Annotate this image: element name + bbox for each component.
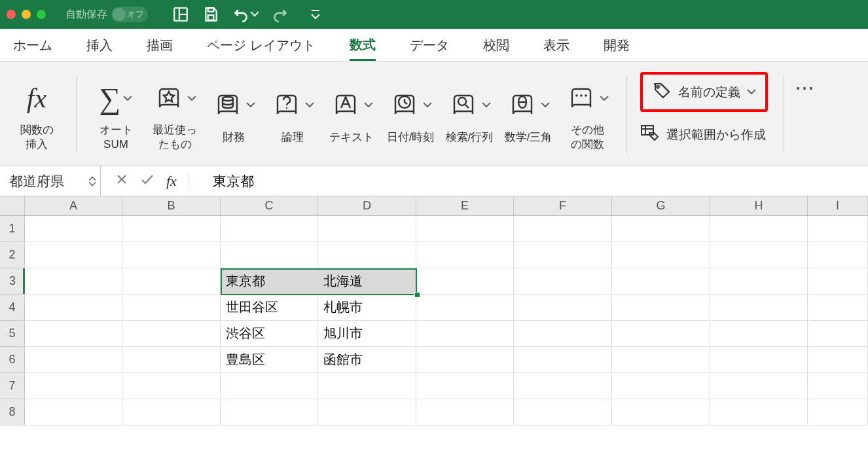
cell[interactable] xyxy=(25,373,122,399)
cell[interactable] xyxy=(416,242,514,268)
col-header-G[interactable]: G xyxy=(612,196,710,215)
formula-input[interactable]: 東京都 xyxy=(204,172,868,190)
cell[interactable] xyxy=(221,242,318,268)
spreadsheet-grid[interactable]: A B C D E F G H I 1 2 3 東京都 北海道 4 世田谷区 札… xyxy=(0,196,868,425)
tab-data[interactable]: データ xyxy=(410,30,449,60)
col-header-D[interactable]: D xyxy=(318,196,416,215)
cell[interactable] xyxy=(221,373,318,399)
window-zoom-button[interactable] xyxy=(37,10,46,19)
fx-label[interactable]: fx xyxy=(166,173,189,190)
autosave-control[interactable]: 自動保存 オフ xyxy=(65,7,148,22)
row-header-3[interactable]: 3 xyxy=(0,268,25,295)
chevron-down-icon[interactable] xyxy=(250,11,259,17)
cell[interactable] xyxy=(710,216,808,242)
cell[interactable] xyxy=(25,295,122,321)
cell[interactable] xyxy=(25,347,122,373)
col-header-F[interactable]: F xyxy=(514,196,612,215)
cell[interactable] xyxy=(612,295,710,321)
cell-D5[interactable]: 旭川市 xyxy=(318,321,416,347)
cell[interactable] xyxy=(808,399,868,425)
cell[interactable] xyxy=(416,347,514,373)
cell[interactable] xyxy=(25,268,122,295)
tab-home[interactable]: ホーム xyxy=(13,30,52,60)
tab-formulas[interactable]: 数式 xyxy=(350,29,376,61)
window-close-button[interactable] xyxy=(7,10,16,19)
customize-qat-icon[interactable] xyxy=(306,5,325,24)
insert-function-button[interactable]: fx 関数の 挿入 xyxy=(10,76,63,154)
col-header-C[interactable]: C xyxy=(221,196,318,215)
cell[interactable] xyxy=(612,268,710,295)
cell[interactable] xyxy=(710,295,808,321)
row-header-6[interactable]: 6 xyxy=(0,347,25,373)
undo-button[interactable] xyxy=(232,5,259,24)
cell[interactable] xyxy=(25,242,122,268)
col-header-A[interactable]: A xyxy=(25,196,122,215)
cell[interactable] xyxy=(416,268,514,295)
chevron-down-icon[interactable] xyxy=(305,102,314,108)
row-header-2[interactable]: 2 xyxy=(0,242,25,268)
cell[interactable] xyxy=(808,242,868,268)
chevron-down-icon[interactable] xyxy=(747,89,756,95)
recently-used-button[interactable]: 最近使っ たもの xyxy=(149,76,201,154)
cell[interactable] xyxy=(710,347,808,373)
name-box-stepper[interactable] xyxy=(88,175,96,187)
row-header-5[interactable]: 5 xyxy=(0,321,25,347)
cell-C6[interactable]: 豊島区 xyxy=(221,347,318,373)
cell[interactable] xyxy=(122,399,221,425)
text-button[interactable]: テキスト xyxy=(325,83,378,147)
cell[interactable] xyxy=(514,373,612,399)
tab-insert[interactable]: 挿入 xyxy=(86,30,113,60)
cell[interactable] xyxy=(514,347,612,373)
cell[interactable] xyxy=(612,242,710,268)
cell[interactable] xyxy=(122,347,221,373)
lookup-button[interactable]: 検索/行列 xyxy=(443,83,496,147)
cell-D3[interactable]: 北海道 xyxy=(318,268,416,295)
cell-D6[interactable]: 函館市 xyxy=(318,347,416,373)
row-header-8[interactable]: 8 xyxy=(0,399,25,425)
cancel-icon[interactable] xyxy=(115,173,128,189)
cell[interactable] xyxy=(416,295,514,321)
cell[interactable] xyxy=(221,399,318,425)
create-from-selection-button[interactable]: 選択範囲から作成 xyxy=(640,124,768,145)
cell[interactable] xyxy=(808,347,868,373)
chevron-down-icon[interactable] xyxy=(541,102,550,108)
cell[interactable] xyxy=(122,216,221,242)
cell[interactable] xyxy=(612,399,710,425)
cell[interactable] xyxy=(514,295,612,321)
math-trig-button[interactable]: 数学/三角 xyxy=(502,83,554,147)
cell[interactable] xyxy=(808,295,868,321)
col-header-I[interactable]: I xyxy=(808,196,868,215)
cell[interactable] xyxy=(808,373,868,399)
cell[interactable] xyxy=(318,373,416,399)
window-minimize-button[interactable] xyxy=(22,10,31,19)
cell[interactable] xyxy=(710,268,808,295)
cell[interactable] xyxy=(122,295,221,321)
cell[interactable] xyxy=(612,347,710,373)
autosave-toggle[interactable]: オフ xyxy=(111,7,148,22)
cell[interactable] xyxy=(710,321,808,347)
chevron-down-icon[interactable] xyxy=(482,102,491,108)
cell[interactable] xyxy=(221,216,318,242)
cell[interactable] xyxy=(416,399,514,425)
col-header-B[interactable]: B xyxy=(122,196,221,215)
tab-draw[interactable]: 描画 xyxy=(147,30,173,60)
row-header-1[interactable]: 1 xyxy=(0,216,25,242)
chevron-down-icon[interactable] xyxy=(423,102,432,108)
row-header-7[interactable]: 7 xyxy=(0,373,25,399)
cell[interactable] xyxy=(710,399,808,425)
cell[interactable] xyxy=(25,399,122,425)
cell[interactable] xyxy=(122,321,221,347)
col-header-E[interactable]: E xyxy=(416,196,514,215)
autosum-button[interactable]: ∑ オート SUM xyxy=(90,76,142,154)
cell-D4[interactable]: 札幌市 xyxy=(318,295,416,321)
cell[interactable] xyxy=(122,373,221,399)
cell[interactable] xyxy=(710,242,808,268)
cell[interactable] xyxy=(710,373,808,399)
cell[interactable] xyxy=(612,216,710,242)
cell[interactable] xyxy=(514,321,612,347)
save-icon[interactable] xyxy=(202,5,220,24)
cell-C5[interactable]: 渋谷区 xyxy=(221,321,318,347)
chevron-down-icon[interactable] xyxy=(187,96,196,101)
enter-icon[interactable] xyxy=(140,173,154,189)
cell[interactable] xyxy=(808,216,868,242)
